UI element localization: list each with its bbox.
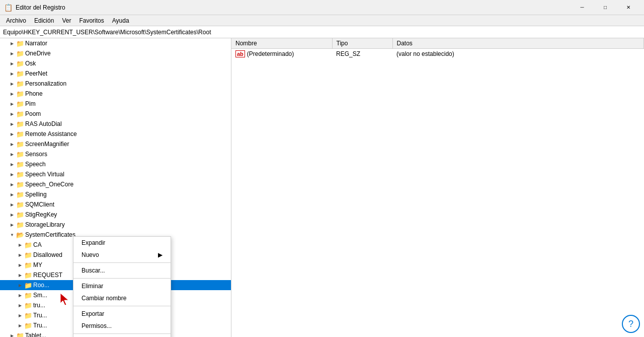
folder-open-icon: 📂 [16,231,24,238]
arrow-icon: ▶ [16,323,24,328]
tree-label: StorageLibrary [25,221,65,228]
arrow-icon: ▶ [16,293,24,298]
submenu-arrow-icon: ▶ [158,251,163,258]
arrow-icon: ▶ [16,283,24,288]
folder-icon: 📁 [24,272,32,279]
tree-label: REQUEST [33,272,62,279]
tree-label: Tablet... [25,332,46,337]
table-row[interactable]: ab (Predeterminado) REG_SZ (valor no est… [231,49,644,59]
arrow-icon: ▶ [8,172,16,177]
table-header-row: Nombre Tipo Datos [231,38,644,49]
context-menu-buscar[interactable]: Buscar... [73,264,171,277]
folder-icon: 📁 [16,191,24,198]
folder-icon: 📁 [16,90,24,97]
tree-label: ScreenMagnifier [25,141,69,148]
folder-icon: 📁 [16,100,24,107]
tree-item-ras-autodial[interactable]: ▶ 📁 RAS AutoDial [0,119,231,129]
tree-item-phone[interactable]: ▶ 📁 Phone [0,89,231,99]
context-menu-label: Eliminar [82,283,103,290]
tree-label: RAS AutoDial [25,120,62,127]
folder-icon: 📁 [16,80,24,87]
tree-item-spelling[interactable]: ▶ 📁 Spelling [0,189,231,199]
tree-item-sqmclient[interactable]: ▶ 📁 SQMClient [0,199,231,210]
tree-item-speech-virtual[interactable]: ▶ 📁 Speech Virtual [0,169,231,179]
folder-icon: 📁 [16,161,24,168]
arrow-icon: ▶ [8,122,16,126]
tree-label: Phone [25,90,43,97]
folder-icon: 📁 [24,312,32,319]
maximize-button[interactable]: □ [594,0,617,15]
tree-label: Speech_OneCore [25,181,73,188]
folder-icon: 📁 [24,302,32,309]
tree-item-speech[interactable]: ▶ 📁 Speech [0,159,231,169]
menu-archivo[interactable]: Archivo [2,16,30,25]
context-menu: Expandir Nuevo ▶ Buscar... Eliminar Camb… [73,236,171,337]
close-button[interactable]: ✕ [617,0,640,15]
context-menu-permisos[interactable]: Permisos... [73,320,171,332]
tree-label: Tru... [33,322,47,329]
tree-label: Pim [25,100,36,107]
column-tipo[interactable]: Tipo [332,38,392,49]
folder-icon: 📁 [16,211,24,218]
tree-item-screenmagnifier[interactable]: ▶ 📁 ScreenMagnifier [0,139,231,149]
folder-icon: 📁 [24,282,32,289]
cortana-button[interactable]: ? [622,315,640,333]
entry-data: (valor no establecido) [392,49,644,59]
arrow-icon: ▶ [16,253,24,257]
tree-item-onedrive[interactable]: ▶ 📁 OneDrive [0,48,231,58]
menu-edicion[interactable]: Edición [30,16,58,25]
tree-label: Remote Assistance [25,130,77,138]
column-nombre[interactable]: Nombre [231,38,332,49]
context-menu-label: Exportar [82,310,104,317]
arrow-expanded-icon: ▼ [8,233,16,237]
arrow-icon: ▶ [16,273,24,278]
tree-item-peernet[interactable]: ▶ 📁 PeerNet [0,69,231,79]
menu-ver[interactable]: Ver [58,16,75,25]
tree-item-personalization[interactable]: ▶ 📁 Personalization [0,79,231,89]
entry-name-label: (Predeterminado) [247,50,294,57]
arrow-icon: ▶ [16,243,24,247]
arrow-icon: ▶ [8,82,16,86]
context-menu-eliminar[interactable]: Eliminar [73,280,171,292]
folder-icon: 📁 [16,50,24,57]
folder-icon: 📁 [16,181,24,188]
arrow-icon: ▶ [8,132,16,137]
folder-icon: 📁 [24,261,32,268]
tree-item-stigregkey[interactable]: ▶ 📁 StigRegKey [0,210,231,220]
tree-item-poom[interactable]: ▶ 📁 Poom [0,109,231,119]
menu-ayuda[interactable]: Ayuda [108,16,133,25]
registry-values-table: Nombre Tipo Datos ab (Predeterminado) RE… [231,38,644,59]
folder-icon: 📁 [16,70,24,77]
arrow-icon: ▶ [8,203,16,207]
separator-3 [73,306,171,306]
tree-label: Narrator [25,40,47,47]
menu-favoritos[interactable]: Favoritos [75,16,108,25]
address-bar: Equipo\HKEY_CURRENT_USER\Software\Micros… [0,26,644,38]
tree-label: PeerNet [25,70,47,77]
tree-item-sensors[interactable]: ▶ 📁 Sensors [0,149,231,159]
context-menu-expandir[interactable]: Expandir [73,237,171,249]
tree-label: Osk [25,60,36,67]
folder-icon: 📁 [16,40,24,47]
arrow-icon: ▶ [8,102,16,106]
tree-item-storagelibrary[interactable]: ▶ 📁 StorageLibrary [0,220,231,230]
tree-item-pim[interactable]: ▶ 📁 Pim [0,99,231,109]
folder-icon: 📁 [16,130,24,138]
arrow-icon: ▶ [8,51,16,56]
context-menu-exportar[interactable]: Exportar [73,308,171,320]
separator-4 [73,333,171,334]
context-menu-cambiar-nombre[interactable]: Cambiar nombre [73,292,171,304]
tree-item-speech-onecore[interactable]: ▶ 📁 Speech_OneCore [0,179,231,189]
minimize-button[interactable]: ─ [571,0,594,15]
tree-item-narrator[interactable]: ▶ 📁 Narrator [0,38,231,48]
separator-2 [73,278,171,279]
tree-label: Tru... [33,312,47,319]
entry-name: ab (Predeterminado) [231,49,332,59]
context-menu-label: Permisos... [82,322,112,329]
tree-item-remote-assistance[interactable]: ▶ 📁 Remote Assistance [0,129,231,139]
tree-label: Speech Virtual [25,171,64,178]
tree-item-osk[interactable]: ▶ 📁 Osk [0,58,231,69]
column-datos[interactable]: Datos [392,38,644,49]
context-menu-nuevo[interactable]: Nuevo ▶ [73,249,171,261]
folder-icon: 📁 [16,120,24,127]
